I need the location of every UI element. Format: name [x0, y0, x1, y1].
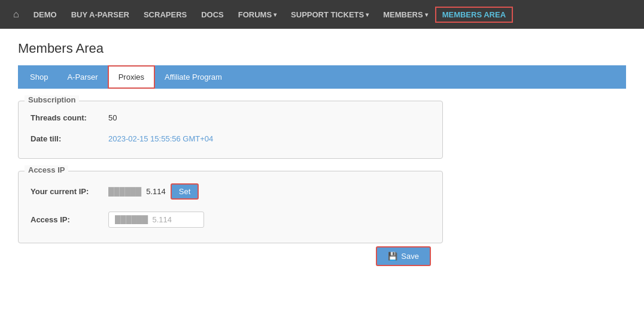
date-label: Date till:: [31, 134, 108, 143]
nav-forums[interactable]: FORUMS ▾: [231, 2, 284, 28]
access-ip-label: Access IP:: [31, 215, 108, 224]
members-caret-icon: ▾: [425, 11, 428, 18]
save-label: Save: [401, 252, 419, 261]
subscription-content: Threads count: 50 Date till: 2023-02-15 …: [19, 107, 442, 158]
current-ip-label: Your current IP:: [31, 187, 108, 196]
tab-shop[interactable]: Shop: [20, 67, 57, 87]
nav-members-area[interactable]: MEMBERS AREA: [435, 7, 513, 23]
date-value: 2023-02-15 15:55:56 GMT+04: [108, 134, 213, 143]
subscription-section: Subscription Threads count: 50 Date till…: [18, 101, 443, 159]
threads-row: Threads count: 50: [31, 107, 430, 128]
current-ip-suffix: 5.114: [146, 187, 166, 196]
current-ip-masked: ██████: [108, 187, 141, 196]
nav-buy-a-parser[interactable]: BUY A-PARSER: [64, 2, 136, 28]
page-title: Members Area: [18, 41, 626, 56]
nav-scrapers[interactable]: SCRAPERS: [136, 2, 194, 28]
nav-docs[interactable]: DOCS: [194, 2, 231, 28]
support-tickets-caret-icon: ▾: [366, 11, 369, 18]
nav-support-tickets[interactable]: SUPPORT TICKETS ▾: [284, 2, 376, 28]
threads-label: Threads count:: [31, 113, 108, 122]
tab-a-parser[interactable]: A-Parser: [57, 67, 107, 87]
save-icon: 💾: [388, 252, 397, 261]
set-ip-button[interactable]: Set: [171, 183, 199, 200]
access-ip-title: Access IP: [25, 165, 68, 174]
access-ip-section: Access IP Your current IP: ██████ 5.114 …: [18, 171, 443, 243]
date-row: Date till: 2023-02-15 15:55:56 GMT+04: [31, 128, 430, 149]
access-ip-input[interactable]: [108, 212, 204, 228]
tab-affiliate-program[interactable]: Affiliate Program: [155, 67, 232, 87]
tabs-bar: Shop A-Parser Proxies Affiliate Program: [18, 65, 626, 89]
subscription-title: Subscription: [25, 95, 79, 104]
navbar: ⌂ DEMO BUY A-PARSER SCRAPERS DOCS FORUMS…: [0, 0, 644, 29]
tab-proxies[interactable]: Proxies: [108, 65, 155, 89]
forums-caret-icon: ▾: [274, 11, 277, 18]
home-icon[interactable]: ⌂: [6, 9, 26, 20]
nav-demo[interactable]: DEMO: [26, 2, 64, 28]
access-ip-row: Access IP:: [31, 206, 430, 234]
access-ip-content: Your current IP: ██████ 5.114 Set Access…: [19, 177, 442, 243]
nav-members[interactable]: MEMBERS ▾: [376, 2, 435, 28]
threads-value: 50: [108, 113, 117, 122]
main-content: Members Area Shop A-Parser Proxies Affil…: [0, 29, 644, 332]
current-ip-row: Your current IP: ██████ 5.114 Set: [31, 177, 430, 206]
save-row: 💾 Save: [18, 243, 443, 275]
current-ip-display: ██████ 5.114 Set: [108, 183, 199, 200]
save-button[interactable]: 💾 Save: [376, 246, 431, 266]
